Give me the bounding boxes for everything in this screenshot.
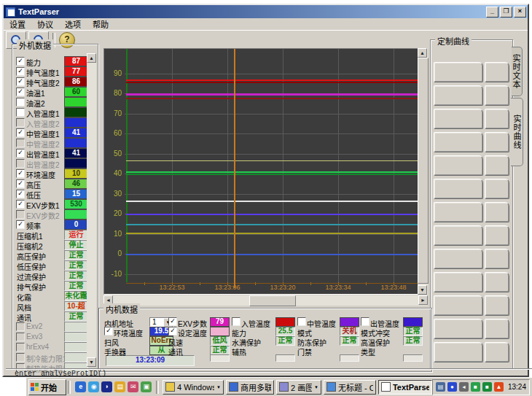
time-cursor-line [234, 49, 235, 288]
custom-curve-slot-button[interactable] [485, 179, 509, 199]
sidebar-row: 化霜未化霜 [15, 291, 95, 300]
chart-gridline [227, 49, 228, 282]
tray-hide-icon[interactable]: ◂ [459, 382, 469, 392]
custom-curve-slot-button[interactable] [485, 155, 509, 176]
taskbar-task-button[interactable]: 商用多联机... [226, 380, 274, 395]
scroll-right-icon[interactable]: ► [418, 295, 428, 305]
checkbox[interactable] [16, 108, 25, 117]
taskbar-task-button[interactable]: TextParser [378, 380, 432, 395]
chart-gridline [283, 49, 283, 282]
checkbox[interactable] [361, 317, 369, 326]
custom-curve-button[interactable] [434, 85, 483, 106]
checkbox[interactable]: ✓ [16, 179, 25, 188]
custom-curve-button[interactable] [434, 225, 483, 246]
custom-curve-button[interactable] [434, 155, 483, 176]
tray-network-icon[interactable]: ● [447, 382, 457, 392]
sidebar-scrollbar[interactable] [87, 53, 96, 367]
tray-app-green-icon[interactable]: ■ [471, 382, 480, 392]
checkbox[interactable]: ✓ [16, 128, 25, 137]
custom-curve-slot-button[interactable] [485, 85, 509, 106]
sidebar-row: 低压保护正常 [15, 260, 95, 270]
indoor-value-badge: 正常 [403, 336, 423, 346]
checkbox[interactable] [297, 317, 306, 326]
checkbox[interactable]: ✓ [16, 169, 25, 178]
close-button[interactable]: × [514, 7, 526, 18]
checkbox[interactable] [232, 317, 240, 326]
titlebar[interactable]: TextParser _❐× [4, 5, 528, 18]
sidebar-scroll-up-icon[interactable]: ▲ [87, 53, 96, 63]
scroll-up-icon[interactable]: ▲ [418, 48, 427, 58]
checkbox[interactable] [16, 98, 25, 106]
task-icon [326, 382, 336, 392]
menu-item[interactable]: 选项 [59, 18, 87, 31]
custom-curve-button[interactable] [434, 249, 483, 269]
custom-curve-button[interactable] [434, 62, 483, 82]
checkbox[interactable]: ✓ [16, 88, 25, 96]
checkbox[interactable]: ✓ [16, 67, 25, 76]
chart-vscrollbar[interactable]: ▲ ▼ [418, 48, 428, 295]
mail-icon[interactable]: ✉ [128, 381, 138, 392]
media-player-icon[interactable]: ◉ [88, 381, 99, 392]
checkbox[interactable]: ✓ [104, 327, 113, 335]
value-badge: 15 [64, 189, 88, 199]
tray-download-icon[interactable]: ▲ [494, 382, 504, 392]
checkbox[interactable]: ✓ [16, 149, 25, 158]
custom-curve-slot-button[interactable] [485, 342, 509, 362]
custom-curve-slot-button[interactable] [485, 225, 509, 246]
indoor-label: 手换器 [104, 346, 126, 357]
custom-curve-button[interactable] [434, 179, 483, 199]
custom-curve-button[interactable] [434, 132, 483, 152]
custom-curve-button[interactable] [434, 342, 483, 362]
checkbox[interactable]: ✓ [168, 327, 177, 335]
status-box: 未化霜 [64, 291, 88, 301]
start-button[interactable]: 开始 [28, 379, 66, 395]
sidebar-row: 入管温度1 [15, 107, 95, 117]
value-badge: 86 [64, 77, 88, 87]
tab-realtime-text[interactable]: 实时文本 [512, 47, 523, 96]
chart-hscrollbar[interactable]: ◄ ► [103, 295, 428, 306]
chart-gridline [125, 234, 418, 235]
messenger-icon[interactable]: ◗ [101, 381, 112, 392]
custom-curve-button[interactable] [434, 202, 483, 222]
menu-item[interactable]: 帮助 [87, 18, 114, 31]
hscroll-thumb[interactable] [249, 295, 296, 306]
custom-curve-button[interactable] [434, 109, 483, 129]
screen: TextParser _❐× 设置协议选项帮助 ? 外机数据 ✓能力87✓排气温… [0, 0, 532, 396]
custom-curve-button[interactable] [434, 295, 483, 316]
tray-device-icon[interactable]: ▤ [436, 382, 445, 392]
checkbox[interactable]: ✓ [16, 220, 25, 229]
checkbox[interactable]: ✓ [16, 190, 25, 198]
tray-app-green2-icon[interactable]: ■ [482, 382, 492, 392]
notes-icon[interactable]: ▤ [114, 381, 125, 392]
custom-curve-button[interactable] [434, 319, 483, 339]
checkbox[interactable]: ✓ [168, 317, 177, 326]
checkbox[interactable]: ✓ [16, 77, 25, 86]
restore-button[interactable]: ❐ [500, 7, 512, 18]
custom-curve-slot-button[interactable] [485, 249, 509, 269]
custom-curve-slot-button[interactable] [485, 109, 509, 129]
scroll-down-icon[interactable]: ▼ [418, 285, 427, 295]
custom-curve-slot-button[interactable] [485, 202, 509, 222]
taskbar-task-button[interactable]: 无标题 - C... [324, 380, 376, 395]
custom-curve-slot-button[interactable] [485, 272, 509, 292]
checkbox[interactable]: ✓ [16, 200, 25, 209]
custom-curve-slot-button[interactable] [485, 132, 509, 152]
custom-curve-button[interactable] [434, 272, 483, 292]
chart-plot[interactable]: 9080706050403020100-1013:22:5313:23:0613… [103, 48, 418, 295]
custom-curve-slot-button[interactable] [485, 62, 509, 82]
sidebar-scroll-down-icon[interactable]: ▼ [87, 357, 96, 367]
taskbar-task-button[interactable]: 2 画图▼ [276, 380, 321, 395]
custom-curve-slot-button[interactable] [485, 295, 509, 316]
menu-item[interactable]: 协议 [31, 18, 59, 31]
taskbar-task-button[interactable]: 4 Windows ...▼ [163, 380, 224, 395]
vscroll-thumb[interactable] [418, 58, 429, 284]
explorer-icon[interactable]: ▣ [141, 381, 152, 392]
custom-curve-slot-button[interactable] [485, 319, 509, 339]
menu-item[interactable]: 设置 [4, 18, 31, 31]
y-axis-label: 80 [104, 89, 122, 97]
ie-icon[interactable]: e [75, 381, 86, 392]
checkbox[interactable]: ✓ [16, 57, 25, 66]
tab-realtime-curve[interactable]: 实时曲线 [511, 98, 523, 166]
sidebar-item-label: hrExv4 [26, 343, 49, 351]
minimize-button[interactable]: _ [486, 7, 498, 18]
